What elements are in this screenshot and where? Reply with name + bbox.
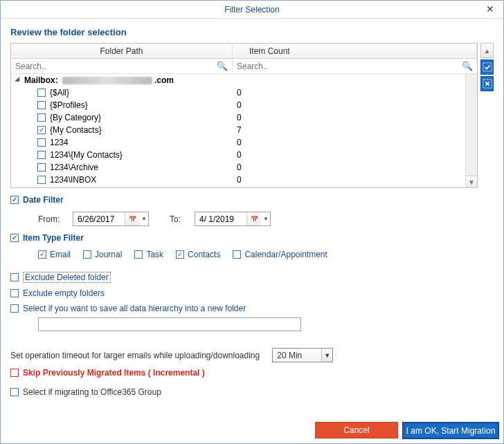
mailbox-row[interactable]: Mailbox: .com — [11, 74, 477, 86]
close-icon[interactable]: ✕ — [480, 3, 501, 17]
table-row[interactable]: {By Category} 0 — [11, 111, 477, 124]
o365-group-checkbox[interactable] — [10, 388, 19, 396]
row-checkbox[interactable] — [37, 151, 46, 159]
row-checkbox[interactable] — [37, 101, 46, 109]
from-date-value: 6/26/2017 — [73, 214, 125, 224]
dropdown-icon[interactable]: ▼ — [262, 216, 270, 222]
titlebar: Filter Selection ✕ — [1, 1, 503, 19]
task-checkbox[interactable] — [134, 250, 143, 259]
from-date-picker[interactable]: 6/26/2017 📅 ▼ — [73, 212, 149, 226]
folder-count: 7 — [233, 125, 477, 135]
scrollbar[interactable]: ▼ — [465, 74, 477, 187]
search-icon[interactable]: 🔍 — [462, 61, 473, 71]
save-hierarchy-label: Select if you want to save all data hier… — [23, 304, 246, 313]
search-path-input[interactable] — [15, 62, 186, 71]
mailbox-suffix: .com — [154, 75, 174, 85]
mailbox-blurred — [62, 77, 152, 84]
to-date-value: 4/ 1/2019 — [195, 214, 246, 224]
search-count-cell: 🔍 — [233, 59, 477, 74]
start-migration-button[interactable]: I am OK, Start Migration — [402, 422, 499, 439]
search-icon[interactable]: 🔍 — [217, 61, 228, 71]
folder-count: 0 — [233, 187, 477, 188]
row-checkbox[interactable] — [37, 89, 46, 97]
journal-checkbox[interactable] — [83, 250, 91, 259]
skip-previous-label: Skip Previously Migrated Items ( Increme… — [23, 368, 205, 378]
search-count-input[interactable] — [237, 62, 426, 71]
folder-count: 0 — [233, 88, 477, 98]
rows-container: Mailbox: .com {$All} 0 {$Profiles} 0 {By… — [11, 74, 477, 188]
table-row[interactable]: {My Contacts} 7 — [11, 124, 477, 136]
exclude-deleted-label: Exclude Deleted folder — [23, 272, 111, 283]
table-row[interactable]: 1234\{My Contacts} 0 — [11, 149, 477, 161]
email-checkbox[interactable] — [38, 250, 46, 259]
item-type-label: Item Type Filter — [23, 233, 84, 243]
journal-label: Journal — [95, 250, 122, 259]
item-type-section: Item Type Filter Email Journal Task Cont… — [10, 233, 494, 259]
scroll-down-icon[interactable]: ▼ — [466, 176, 477, 187]
side-controls: ▲ — [480, 43, 494, 188]
chevron-down-icon[interactable]: ▼ — [321, 349, 332, 362]
folder-name: {By Category} — [50, 113, 101, 122]
save-hierarchy-checkbox[interactable] — [10, 304, 19, 313]
col-folder-path[interactable]: Folder Path — [11, 44, 233, 58]
page-heading: Review the folder selection — [10, 27, 494, 37]
row-checkbox[interactable] — [37, 163, 46, 172]
row-checkbox[interactable] — [37, 138, 46, 147]
new-folder-input[interactable] — [38, 317, 301, 331]
folder-name: {My Contacts} — [50, 125, 102, 135]
scroll-up-icon[interactable]: ▲ — [480, 43, 494, 58]
table-row[interactable]: {$Profiles} 0 — [11, 99, 477, 111]
column-headers: Folder Path Item Count — [11, 44, 477, 59]
svg-rect-0 — [483, 63, 491, 71]
folder-name: {$Profiles} — [50, 100, 88, 110]
table-row[interactable]: 1234 0 — [11, 136, 477, 149]
folder-name: {$All} — [50, 88, 69, 98]
table-row[interactable]: 1234\INBOX 0 — [11, 174, 477, 186]
contacts-label: Contacts — [188, 250, 220, 259]
row-checkbox[interactable] — [37, 126, 46, 134]
o365-group-label: Select if migrating to Office365 Group — [23, 387, 161, 397]
to-label: To: — [170, 214, 188, 224]
exclude-empty-checkbox[interactable] — [10, 289, 19, 297]
search-path-cell: 🔍 — [11, 59, 233, 74]
folder-name: 1234\{My Contacts} — [50, 150, 123, 160]
folder-name: 1234 — [50, 138, 69, 147]
timeout-select[interactable]: 20 Min ▼ — [272, 348, 333, 362]
folder-count: 0 — [233, 163, 477, 172]
footer-buttons: Cancel I am OK, Start Migration — [315, 422, 499, 439]
deselect-all-button[interactable] — [480, 76, 494, 91]
row-checkbox[interactable] — [37, 176, 46, 184]
folder-name: 1234\INBOX — [50, 175, 96, 185]
content-area: Review the folder selection Folder Path … — [1, 19, 503, 443]
folder-grid-wrap: Folder Path Item Count 🔍 🔍 — [10, 43, 494, 188]
contacts-checkbox[interactable] — [176, 250, 184, 259]
from-label: From: — [38, 214, 66, 224]
date-filter-label: Date Filter — [23, 195, 64, 205]
item-type-checkbox[interactable] — [10, 234, 19, 242]
mailbox-label: Mailbox — [24, 75, 55, 85]
to-date-picker[interactable]: 4/ 1/2019 📅 ▼ — [195, 212, 271, 226]
select-all-button[interactable] — [480, 59, 494, 75]
window-title: Filter Selection — [224, 5, 279, 15]
dropdown-icon[interactable]: ▼ — [140, 216, 148, 222]
row-checkbox[interactable] — [37, 113, 46, 122]
email-label: Email — [50, 250, 71, 259]
calendar-icon[interactable]: 📅 — [246, 212, 262, 225]
date-filter-checkbox[interactable] — [10, 196, 19, 204]
exclude-deleted-checkbox[interactable] — [10, 273, 19, 281]
calendar-checkbox[interactable] — [233, 250, 241, 259]
table-row[interactable]: {$All} 0 — [11, 86, 477, 99]
timeout-value: 20 Min — [273, 351, 321, 360]
skip-previous-checkbox[interactable] — [10, 369, 19, 377]
folder-count: 0 — [233, 175, 477, 185]
col-item-count[interactable]: Item Count — [233, 44, 477, 58]
table-row[interactable]: 12345 0 — [11, 186, 477, 188]
folder-name: 12345 — [50, 187, 73, 188]
expand-icon[interactable] — [15, 77, 22, 84]
folder-count: 0 — [233, 100, 477, 110]
exclude-empty-label: Exclude empty folders — [23, 288, 105, 298]
cancel-button[interactable]: Cancel — [315, 422, 398, 438]
calendar-icon[interactable]: 📅 — [125, 212, 140, 225]
folder-count: 0 — [233, 113, 477, 122]
table-row[interactable]: 1234\Archive 0 — [11, 161, 477, 174]
